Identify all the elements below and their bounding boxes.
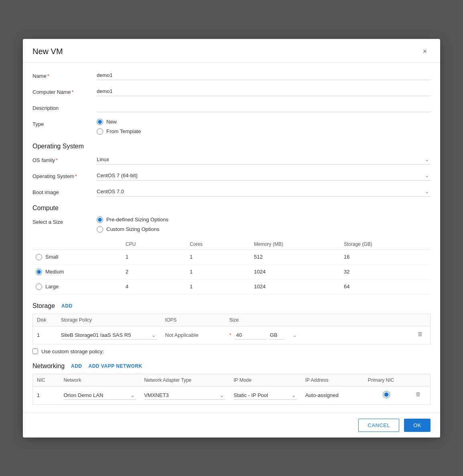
net-col-nic: NIC [33, 374, 60, 386]
ok-button[interactable]: OK [404, 419, 431, 432]
adapter-select[interactable]: VMXNET3 E1000 E1000E [144, 391, 225, 400]
table-row: Medium 2 1 1024 32 [32, 264, 431, 279]
sizing-radio-small[interactable] [36, 254, 42, 260]
storage-row-delete [410, 326, 431, 344]
operating-system-row: Operating System* CentOS 7 (64-bit) Cent… [32, 171, 431, 180]
custom-storage-checkbox[interactable] [32, 348, 38, 354]
ip-mode-select[interactable]: Static - IP Pool DHCP Static - Manual [234, 391, 297, 400]
table-row: Small 1 1 512 16 [32, 249, 431, 264]
name-input[interactable] [97, 71, 431, 80]
storage-policy-select[interactable]: SiteB Storage01 IaaS SAS R5 [61, 331, 157, 340]
storage-col-disk: Disk [33, 314, 57, 326]
sizing-medium-cores: 1 [187, 264, 251, 279]
net-row-primary [364, 386, 409, 404]
sizing-radio-predefined[interactable] [97, 217, 103, 223]
description-input[interactable] [97, 103, 431, 112]
net-col-actions [408, 374, 430, 386]
boot-image-select[interactable]: CentOS 7.0 CentOS 8.0 [97, 187, 431, 196]
storage-unit-chevron-icon: ⌄ [293, 332, 296, 338]
sizing-small-label[interactable]: Small [36, 254, 119, 260]
storage-col-policy: Storage Policy [57, 314, 161, 326]
storage-table: Disk Storage Policy IOPS Size 1 Site [32, 314, 431, 344]
sizing-radio-large[interactable] [36, 284, 42, 290]
net-col-primary: Primary NIC [364, 374, 409, 386]
sizing-medium-storage: 32 [341, 264, 431, 279]
storage-delete-button[interactable] [414, 330, 426, 340]
storage-col-size: Size [225, 314, 410, 326]
network-select[interactable]: Orion Demo LAN [63, 391, 136, 400]
storage-size-input[interactable] [235, 331, 267, 340]
network-delete-button[interactable] [412, 391, 424, 400]
net-row-adapter: VMXNET3 E1000 E1000E ⌄ [140, 386, 229, 404]
sizing-predefined-option[interactable]: Pre-defined Sizing Options [97, 217, 169, 223]
sizing-small-cpu: 1 [122, 249, 187, 264]
operating-system-select-wrapper: CentOS 7 (64-bit) CentOS 8 (64-bit) ⌄ [97, 171, 431, 180]
sizing-row-medium-name: Medium [32, 264, 122, 279]
operating-system-select[interactable]: CentOS 7 (64-bit) CentOS 8 (64-bit) [97, 171, 431, 180]
name-row: Name* [32, 71, 431, 80]
computer-name-input[interactable] [97, 87, 431, 96]
networking-add-vapp-link[interactable]: ADD VAPP NETWORK [89, 363, 142, 369]
table-row: 1 SiteB Storage01 IaaS SAS R5 ⌄ Not Appl… [33, 326, 431, 344]
storage-section-header: Storage ADD [32, 302, 431, 310]
storage-row-policy: SiteB Storage01 IaaS SAS R5 ⌄ [57, 326, 161, 344]
close-button[interactable]: × [419, 46, 431, 57]
storage-row-size: * GB TB MB ⌄ [225, 326, 410, 344]
type-option-new-label: New [106, 119, 117, 125]
net-col-network: Network [59, 374, 140, 386]
net-row-network: Orion Demo LAN ⌄ [59, 386, 140, 404]
os-family-select[interactable]: Linux Windows [97, 155, 431, 164]
description-row: Description [32, 103, 431, 112]
sizing-medium-memory: 1024 [251, 264, 341, 279]
computer-name-label: Computer Name* [32, 87, 97, 95]
sizing-medium-cpu: 2 [122, 264, 187, 279]
type-option-new[interactable]: New [97, 119, 141, 125]
name-label: Name* [32, 71, 97, 79]
os-family-select-wrapper: Linux Windows ⌄ [97, 155, 431, 164]
type-radio-new[interactable] [97, 119, 103, 125]
networking-section: Networking ADD ADD VAPP NETWORK NIC Netw… [32, 363, 431, 405]
networking-section-title: Networking [32, 363, 65, 370]
type-option-template-label: From Template [106, 128, 141, 134]
sizing-radio-group: Pre-defined Sizing Options Custom Sizing… [97, 217, 169, 233]
modal-title: New VM [32, 47, 63, 56]
os-section-title: Operating System [32, 143, 431, 150]
type-label: Type [32, 119, 97, 127]
sizing-radio-medium[interactable] [36, 269, 42, 275]
sizing-small-storage: 16 [341, 249, 431, 264]
net-row-nic: 1 [33, 386, 60, 404]
custom-storage-label[interactable]: Use custom storage policy: [32, 348, 104, 354]
sizing-table: CPU Cores Memory (MB) Storage (GB) Small… [32, 239, 431, 294]
type-radio-group: New From Template [97, 119, 141, 135]
storage-row-iops: Not Applicable [161, 326, 225, 344]
new-vm-modal: New VM × Name* Computer Name* Descriptio… [23, 39, 440, 438]
networking-table: NIC Network Network Adapter Type IP Mode… [32, 374, 431, 405]
sizing-row-large-name: Large [32, 279, 122, 294]
boot-image-select-wrapper: CentOS 7.0 CentOS 8.0 ⌄ [97, 187, 431, 196]
cancel-button[interactable]: CANCEL [358, 419, 399, 432]
sizing-large-cores: 1 [187, 279, 251, 294]
sizing-col-name [32, 239, 122, 250]
sizing-col-cores: Cores [187, 239, 251, 250]
storage-section: Storage ADD Disk Storage Policy IOPS Siz… [32, 302, 431, 354]
sizing-radio-custom[interactable] [97, 226, 103, 233]
sizing-medium-label[interactable]: Medium [36, 269, 119, 275]
type-option-template[interactable]: From Template [97, 128, 141, 135]
custom-storage-row: Use custom storage policy: [32, 348, 431, 354]
sizing-custom-option[interactable]: Custom Sizing Options [97, 226, 169, 233]
sizing-col-memory: Memory (MB) [251, 239, 341, 250]
type-row: Type New From Template [32, 119, 431, 135]
storage-unit-select[interactable]: GB TB MB [269, 331, 284, 340]
primary-nic-radio[interactable] [383, 391, 390, 398]
networking-add-link[interactable]: ADD [71, 363, 82, 369]
type-radio-template[interactable] [97, 128, 103, 135]
storage-section-title: Storage [32, 302, 55, 310]
net-row-ipaddr: Auto-assigned [301, 386, 364, 404]
net-col-adapter: Network Adapter Type [140, 374, 229, 386]
computer-name-row: Computer Name* [32, 87, 431, 96]
storage-add-link[interactable]: ADD [61, 303, 73, 309]
storage-col-actions [410, 314, 431, 326]
sizing-large-label[interactable]: Large [36, 284, 119, 290]
net-col-ipmode: IP Mode [229, 374, 301, 386]
sizing-large-cpu: 4 [122, 279, 187, 294]
